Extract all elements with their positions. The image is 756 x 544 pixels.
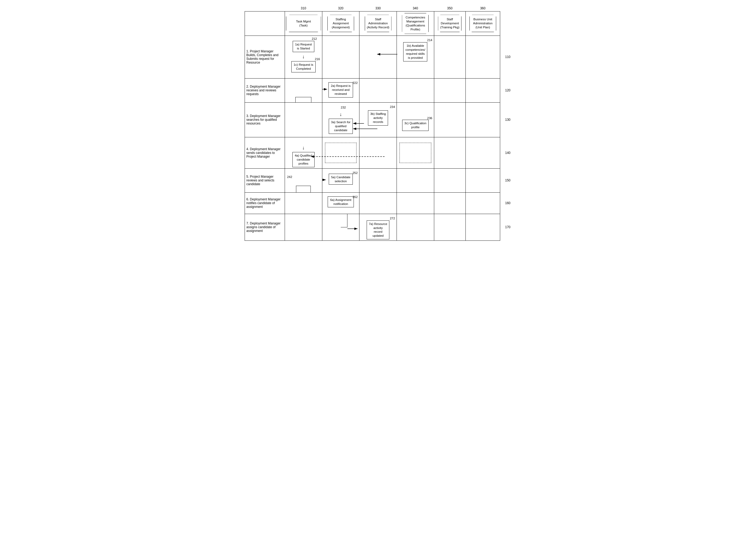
row1-desc-text: 1. Project Manager Builds, Completes and… <box>246 49 279 64</box>
col-num-330: 330 <box>359 5 397 11</box>
num-212: 212 <box>312 37 317 40</box>
ref-170: 170 <box>505 225 510 229</box>
row-3: 3. Deployment Manager searches for quali… <box>245 102 512 137</box>
row3-biz <box>465 102 500 137</box>
row3-staffing: 232 ↓ 3a) Search forqualifiedcandidate <box>322 102 359 137</box>
row4-desc: 4. Deployment Manager sends candidates t… <box>245 137 285 168</box>
row6-ref: 160 <box>500 192 511 214</box>
col-header-staffdev: StaffDevelopment(Training Pkg) <box>434 11 465 36</box>
row-4: 4. Deployment Manager sends candidates t… <box>245 137 512 168</box>
row2-task <box>285 78 322 102</box>
row7-comp <box>397 214 434 241</box>
box-2a: 2a) Request isreceived andreviewed <box>328 82 353 97</box>
box-3b: 3b) Staffingactivityrecords <box>368 110 388 126</box>
row6-task <box>285 192 322 214</box>
num-222: 222 <box>352 81 358 84</box>
row5-staffdev <box>434 168 465 192</box>
num-232: 232 <box>341 106 346 109</box>
col-header-staffing: StaffingAssignment(Assignment) <box>322 11 359 36</box>
row1-desc: 1. Project Manager Builds, Completes and… <box>245 36 285 78</box>
row1-biz <box>465 36 500 78</box>
box-3a: 3a) Search forqualifiedcandidate <box>329 119 353 134</box>
row2-staffing: 222 2a) Request isreceived andreviewed <box>322 78 359 102</box>
col-header-biz: Business UnitAdministration(Unit Plan) <box>465 11 500 36</box>
box-1b: 1b) Availablecompetencies/required skill… <box>403 42 427 61</box>
box-1c: 1c) Request isCompleted <box>291 61 316 72</box>
row5-comp <box>397 168 434 192</box>
main-grid: 310 320 330 340 350 360 Task Mgmt(Task) … <box>245 5 512 241</box>
row4-staffdev <box>434 137 465 168</box>
row3-ref: 130 <box>500 102 511 137</box>
arrow-to-7a <box>347 227 358 231</box>
row-5: 5. Project Manager reviews and selects c… <box>245 168 512 192</box>
col-header-task: Task Mgmt(Task) <box>285 11 322 36</box>
col-num-row: 310 320 330 340 350 360 <box>245 5 512 11</box>
col-num-340: 340 <box>397 5 434 11</box>
num-234: 234 <box>390 105 395 108</box>
row3-comp: 236 3c) Qualificationprofile <box>397 102 434 137</box>
box-4a: 4a) Qualifiedcandidateprofiles <box>292 152 315 167</box>
row4-staffing <box>322 137 359 168</box>
row3-desc-text: 3. Deployment Manager searches for quali… <box>246 114 281 125</box>
row5-staffing: 252 5a) Candidateselection <box>322 168 359 192</box>
row7-staffdev <box>434 214 465 241</box>
row5-desc-text: 5. Project Manager reviews and selects c… <box>246 175 275 186</box>
row3-task <box>285 102 322 137</box>
box-6a: 6a) Assignmentnotification <box>328 196 354 207</box>
col-header-comp: CompetenciesManagement(QualificationsPro… <box>397 11 434 36</box>
ref-140: 140 <box>505 151 510 155</box>
ref-150: 150 <box>505 178 510 182</box>
row2-staffadmin <box>359 78 397 102</box>
diagram-container: 310 320 330 340 350 360 Task Mgmt(Task) … <box>245 5 512 241</box>
row-2: 2. Deployment Manager receives and revie… <box>245 78 512 102</box>
row4-biz <box>465 137 500 168</box>
num-214: 214 <box>427 38 432 42</box>
row1-staffadmin <box>359 36 397 78</box>
row6-comp <box>397 192 434 214</box>
box-5a: 5a) Candidateselection <box>329 174 353 185</box>
row7-desc-text: 7. Deployment Manager assigns candidate … <box>246 221 281 233</box>
ref-130: 130 <box>505 118 510 121</box>
row-7: 7. Deployment Manager assigns candidate … <box>245 214 512 241</box>
row7-biz <box>465 214 500 241</box>
row5-biz <box>465 168 500 192</box>
row2-desc: 2. Deployment Manager receives and revie… <box>245 78 285 102</box>
row7-staffadmin: 272 7a) Resourceactivityrecordupdated <box>359 214 397 241</box>
row6-biz <box>465 192 500 214</box>
row2-staffdev <box>434 78 465 102</box>
row-6: 6. Deployment Manager notifies candidate… <box>245 192 512 214</box>
arrow-to-5a <box>322 178 326 182</box>
row5-staffadmin <box>359 168 397 192</box>
row7-task <box>285 214 322 241</box>
num-262: 262 <box>352 195 358 198</box>
row6-desc-text: 6. Deployment Manager notifies candidate… <box>246 197 281 209</box>
octagon-biz: Business UnitAdministration(Unit Plan) <box>469 15 496 32</box>
row6-staffdev <box>434 192 465 214</box>
num-216: 216 <box>315 57 320 61</box>
ref-110: 110 <box>505 55 510 59</box>
row7-desc: 7. Deployment Manager assigns candidate … <box>245 214 285 241</box>
arrow-to-2a <box>322 87 328 92</box>
row6-staffadmin <box>359 192 397 214</box>
box-7a: 7a) Resourceactivityrecordupdated <box>367 220 389 240</box>
octagon-staffadmin: StaffAdministration(Activity Record) <box>365 15 391 32</box>
row2-desc-text: 2. Deployment Manager receives and revie… <box>246 85 281 96</box>
row4-staffadmin <box>359 137 397 168</box>
col-num-350: 350 <box>434 5 465 11</box>
box-1a: 1a) Requestis Started <box>293 41 314 52</box>
row5-desc: 5. Project Manager reviews and selects c… <box>245 168 285 192</box>
row1-staffdev <box>434 36 465 78</box>
row4-desc-text: 4. Deployment Manager sends candidates t… <box>246 147 281 158</box>
row3-staffadmin: 234 3b) Staffingactivityrecords <box>359 102 397 137</box>
arrow-1b-to-1a <box>377 52 398 57</box>
row5-ref: 150 <box>500 168 511 192</box>
num-236: 236 <box>427 116 432 120</box>
ref-160: 160 <box>505 201 510 205</box>
octagon-staffing: StaffingAssignment(Assignment) <box>327 15 354 32</box>
row1-ref: 110 <box>500 36 511 78</box>
row6-desc: 6. Deployment Manager notifies candidate… <box>245 192 285 214</box>
row4-comp <box>397 137 434 168</box>
row2-biz <box>465 78 500 102</box>
header-row: Task Mgmt(Task) StaffingAssignment(Assig… <box>245 11 512 36</box>
box-3c: 3c) Qualificationprofile <box>402 120 428 131</box>
